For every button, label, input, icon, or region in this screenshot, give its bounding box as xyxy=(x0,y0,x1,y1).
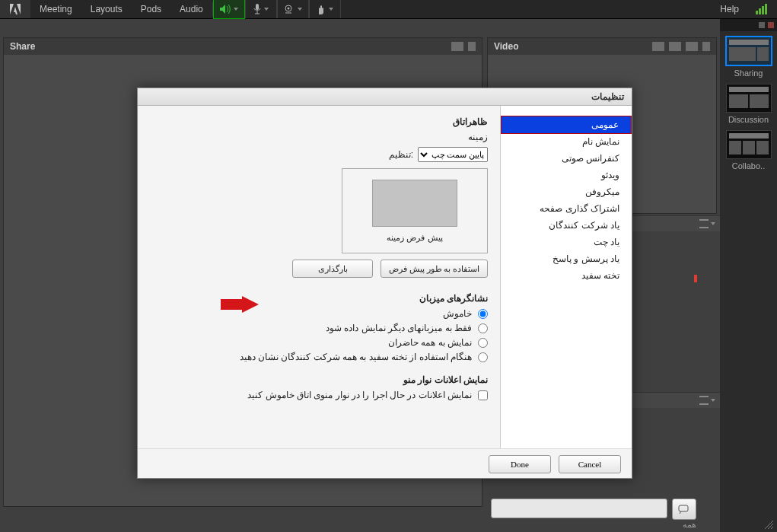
chat-send-button[interactable] xyxy=(672,499,696,520)
preview-caption: پیش فرض زمینه xyxy=(387,233,442,243)
preview-thumb xyxy=(372,180,457,227)
background-preview: پیش فرض زمینه xyxy=(342,168,488,253)
host-cursors-heading: نشانگرهای میزبان xyxy=(150,293,488,304)
sidebar-item-general[interactable]: عمومی xyxy=(501,116,632,134)
upload-button[interactable]: بارگذاری xyxy=(292,260,373,278)
workspace: Share Video همه xyxy=(0,19,777,532)
layout-discussion[interactable] xyxy=(726,84,772,113)
sidebar-item-microphone[interactable]: میکروفن xyxy=(501,183,632,200)
cursor-option-hosts[interactable]: فقط به میزبانهای دیگر نمایش داده شود xyxy=(150,323,488,333)
cursor-radio[interactable] xyxy=(478,352,488,362)
speaker-button[interactable] xyxy=(213,0,245,19)
share-pod-header[interactable]: Share xyxy=(4,38,482,55)
layout-label: Sharing xyxy=(720,68,777,78)
connection-bars-icon xyxy=(756,4,769,14)
use-default-button[interactable]: استفاده به طور پیش فرض xyxy=(381,260,488,278)
sidebar-item-attendees-pod[interactable]: یاد شرکت کنندگان xyxy=(501,217,632,234)
video-pod-title: Video xyxy=(494,41,518,52)
menubar-notif-checkbox-row[interactable]: نمایش اعلانات در حال اجرا را در نوار منو… xyxy=(150,390,488,400)
layout-sharing[interactable] xyxy=(725,36,772,66)
layouts-strip xyxy=(720,19,777,31)
grid-icon[interactable] xyxy=(652,42,664,51)
chat-bar xyxy=(491,499,696,517)
menubar-notif-heading: نمایش اعلانات نوار منو xyxy=(150,374,488,385)
cursor-radio[interactable] xyxy=(478,323,488,333)
background-label: زمینه xyxy=(150,132,488,142)
share-pod-title: Share xyxy=(10,41,35,52)
sidebar-item-display-name[interactable]: نمایش نام xyxy=(501,133,632,150)
cursor-option-off[interactable]: خاموش xyxy=(150,308,488,319)
menu-help[interactable]: Help xyxy=(711,4,748,14)
fullscreen-icon[interactable] xyxy=(686,42,698,51)
video-pod-header[interactable]: Video xyxy=(488,38,716,55)
chat-input[interactable] xyxy=(491,499,667,518)
done-button[interactable]: Done xyxy=(489,455,551,473)
preferences-dialog: تنظیمات عمومی نمایش نام کنفرانس صوتی وید… xyxy=(137,88,632,479)
sidebar-item-video[interactable]: ویدئو xyxy=(501,167,632,183)
layout-label: Discussion xyxy=(720,115,777,124)
svg-point-2 xyxy=(287,8,289,10)
layout-collaboration[interactable] xyxy=(726,130,772,159)
svg-rect-3 xyxy=(679,505,688,511)
resize-corner-icon[interactable] xyxy=(762,518,774,530)
dialog-sidebar: عمومی نمایش نام کنفرانس صوتی ویدئو میکرو… xyxy=(500,106,632,448)
dialog-title: تنظیمات xyxy=(138,88,632,106)
webcam-button[interactable] xyxy=(277,0,309,18)
dialog-footer: Done Cancel xyxy=(138,448,632,479)
pod-menu-icon[interactable] xyxy=(468,42,476,51)
layouts-sidebar: Sharing Discussion Collabo.. xyxy=(720,19,777,532)
strip-icon[interactable] xyxy=(669,42,681,51)
host-marker-icon xyxy=(694,275,697,282)
adjust-label: :تنظیم xyxy=(389,149,413,160)
raise-hand-button[interactable] xyxy=(309,0,341,18)
background-align-select[interactable]: پایین سمت چپ xyxy=(418,147,488,162)
cursor-option-all[interactable]: نمایش به همه حاضران xyxy=(150,337,488,348)
cursor-radio[interactable] xyxy=(478,338,488,348)
menu-audio[interactable]: Audio xyxy=(170,4,212,14)
list-icon xyxy=(699,396,709,405)
close-icon[interactable] xyxy=(768,22,774,28)
cursor-option-whiteboard[interactable]: هنگام استفاده از تخته سفید به همه شرکت ک… xyxy=(150,352,488,362)
cancel-button[interactable]: Cancel xyxy=(559,455,621,473)
sidebar-item-qa-pod[interactable]: یاد پرسش و پاسخ xyxy=(501,250,632,267)
menu-layouts[interactable]: Layouts xyxy=(81,4,132,14)
adobe-logo xyxy=(0,0,30,18)
sidebar-item-audio-conf[interactable]: کنفرانس صوتی xyxy=(501,150,632,167)
chat-tabs: همه xyxy=(491,520,696,530)
sidebar-item-whiteboard[interactable]: تخته سفید xyxy=(501,267,632,284)
annotation-arrow-icon xyxy=(221,296,259,313)
menu-meeting[interactable]: Meeting xyxy=(30,4,81,14)
room-appearance-heading: ظاهراتاق xyxy=(150,116,488,127)
list-icon xyxy=(699,219,709,228)
svg-rect-0 xyxy=(256,4,259,10)
menu-pods[interactable]: Pods xyxy=(132,4,170,14)
sidebar-item-chat-pod[interactable]: یاد چت xyxy=(501,234,632,250)
fullscreen-icon[interactable] xyxy=(451,42,463,51)
menubar-notif-checkbox[interactable] xyxy=(478,390,488,400)
cursor-radio[interactable] xyxy=(478,309,488,319)
menubar: Meeting Layouts Pods Audio Help xyxy=(0,0,777,19)
min-icon[interactable] xyxy=(759,22,765,28)
chat-tab-all[interactable]: همه xyxy=(683,520,696,530)
pod-menu-icon[interactable] xyxy=(702,42,710,51)
mic-button[interactable] xyxy=(245,0,277,18)
sidebar-item-screen-share[interactable]: اشتراک گذاری صفحه xyxy=(501,200,632,217)
layout-label: Collabo.. xyxy=(720,161,777,170)
dialog-main: ظاهراتاق زمینه پایین سمت چپ :تنظیم پیش ف… xyxy=(138,106,500,448)
